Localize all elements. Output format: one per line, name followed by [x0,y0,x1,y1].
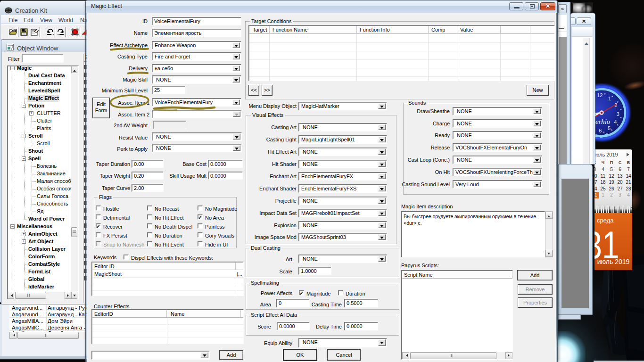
svg-text:4: 4 [614,119,617,125]
svg-text:12: 12 [597,92,603,98]
svg-text:3: 3 [617,111,619,117]
svg-text:5: 5 [608,125,611,131]
svg-text:6: 6 [599,128,602,133]
svg-text:1: 1 [608,96,611,101]
